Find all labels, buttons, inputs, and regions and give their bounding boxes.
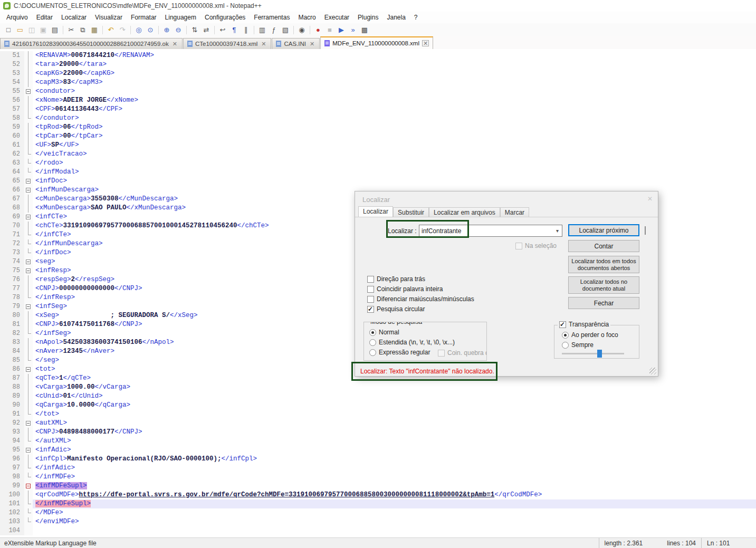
fold-margin[interactable]: [24, 96, 33, 105]
fold-margin[interactable]: [24, 428, 33, 437]
find-dialog-tab[interactable]: Localizar em arquivos: [429, 207, 500, 217]
code-line[interactable]: 60<tpCar>00</tpCar>: [0, 132, 756, 141]
macro-run-multiple-icon[interactable]: »: [348, 25, 358, 35]
fold-margin[interactable]: [24, 526, 33, 535]
chevron-down-icon[interactable]: ▾: [553, 228, 562, 234]
count-button[interactable]: Contar: [568, 240, 639, 252]
code-line[interactable]: 51<RENAVAM>00671844210</RENAVAM>: [0, 51, 756, 60]
print-icon[interactable]: ▤: [50, 25, 60, 35]
code-line[interactable]: 65<infDoc>: [0, 177, 756, 186]
fold-collapse-icon[interactable]: [26, 268, 31, 273]
dot-matches-newline-checkbox[interactable]: Coin. quebra de li: [438, 349, 487, 357]
code-line[interactable]: 54<capM3>83</capM3>: [0, 78, 756, 87]
code-line[interactable]: 57<CPF>06141136443</CPF>: [0, 105, 756, 114]
backward-direction-checkbox[interactable]: Direção para trás: [367, 275, 425, 283]
fold-margin[interactable]: [24, 177, 33, 186]
fold-margin[interactable]: [24, 410, 33, 419]
fold-margin[interactable]: [24, 320, 33, 329]
find-icon[interactable]: ◎: [133, 25, 144, 35]
code-line[interactable]: 98</infMDFe>: [0, 473, 756, 482]
find-dialog-tab[interactable]: Substituir: [393, 207, 429, 217]
menu-item[interactable]: Executar: [320, 12, 353, 23]
code-line[interactable]: 101</infMDFeSupl>: [0, 499, 756, 508]
fold-margin[interactable]: [24, 168, 33, 177]
close-button[interactable]: Fechar: [568, 297, 639, 309]
menu-item[interactable]: Editar: [32, 12, 57, 23]
code-line[interactable]: 93<CNPJ>04898488000177</CNPJ>: [0, 428, 756, 437]
menu-item[interactable]: Janela: [382, 12, 409, 23]
fold-margin[interactable]: [24, 347, 33, 356]
fold-margin[interactable]: [24, 123, 33, 132]
resize-grip[interactable]: [649, 368, 656, 374]
open-folder-icon[interactable]: ▭: [15, 25, 25, 35]
fold-margin[interactable]: [24, 455, 33, 464]
tab-close-icon[interactable]: ✕: [309, 41, 315, 47]
menu-item[interactable]: Formatar: [127, 12, 161, 23]
fold-margin[interactable]: [24, 293, 33, 302]
fold-margin[interactable]: [24, 446, 33, 455]
fold-margin[interactable]: [24, 464, 33, 473]
transparency-slider[interactable]: [562, 353, 624, 354]
fold-margin[interactable]: [24, 266, 33, 275]
indent-guide-icon[interactable]: ∥: [241, 25, 251, 35]
code-line[interactable]: 95<infAdic>: [0, 446, 756, 455]
menu-item[interactable]: ?: [410, 12, 422, 23]
whole-word-checkbox[interactable]: Coincidir palavra inteira: [367, 285, 443, 293]
fold-margin[interactable]: [24, 275, 33, 284]
code-line[interactable]: 92<autXML>: [0, 419, 756, 428]
fold-margin[interactable]: [24, 257, 33, 266]
code-line[interactable]: 52<tara>29000</tara>: [0, 60, 756, 69]
code-line[interactable]: 90<qCarga>10.0000</qCarga>: [0, 401, 756, 410]
menu-item[interactable]: Macro: [294, 12, 320, 23]
zoom-out-icon[interactable]: ⊖: [173, 25, 184, 35]
document-tab[interactable]: CTe100000397418.xml✕: [183, 38, 272, 49]
fold-margin[interactable]: [24, 437, 33, 446]
sync-vertical-icon[interactable]: ⇅: [189, 25, 200, 35]
wrap-around-checkbox[interactable]: Pesquisa circular: [367, 305, 425, 313]
fold-margin[interactable]: [24, 482, 33, 491]
fold-margin[interactable]: [24, 248, 33, 257]
find-all-open-docs-button[interactable]: Localizar todos em todos documentos aber…: [568, 256, 639, 273]
fold-margin[interactable]: [24, 401, 33, 410]
fold-margin[interactable]: [24, 508, 33, 517]
fold-margin[interactable]: [24, 491, 33, 499]
fold-margin[interactable]: [24, 186, 33, 195]
paste-icon[interactable]: ▦: [89, 25, 100, 35]
tab-close-icon[interactable]: ✕: [260, 41, 267, 47]
transparency-always-radio[interactable]: Sempre: [562, 341, 594, 349]
search-mode-regex-radio[interactable]: Expressão regular: [369, 349, 430, 356]
fold-margin[interactable]: [24, 87, 33, 96]
fold-margin[interactable]: [24, 383, 33, 392]
find-all-current-doc-button[interactable]: Localizar todos no documento atual: [568, 276, 639, 294]
fold-margin[interactable]: [24, 204, 33, 213]
function-list-icon[interactable]: ƒ: [269, 25, 279, 35]
find-dialog-tab[interactable]: Marcar: [500, 207, 529, 217]
find-next-aux-checkbox[interactable]: [645, 226, 646, 235]
fold-margin[interactable]: [24, 213, 33, 222]
new-file-icon[interactable]: □: [3, 25, 14, 35]
document-tab[interactable]: 4216017610283900036455010000028862100027…: [0, 38, 183, 49]
code-line[interactable]: 64</infModal>: [0, 168, 756, 177]
code-line[interactable]: 99<infMDFeSupl>: [0, 482, 756, 491]
menu-item[interactable]: Linguagem: [161, 12, 200, 23]
tab-close-icon[interactable]: ✕: [171, 41, 178, 47]
fold-margin[interactable]: [24, 132, 33, 141]
menu-item[interactable]: Visualizar: [91, 12, 127, 23]
menu-item[interactable]: Configurações: [200, 12, 250, 23]
match-case-checkbox[interactable]: Diferenciar maiúsculas/minúsculas: [367, 295, 474, 303]
fold-collapse-icon[interactable]: [26, 259, 31, 264]
zoom-in-icon[interactable]: ⊕: [161, 25, 172, 35]
code-line[interactable]: 100<qrCodMDFe>https://dfe-portal.svrs.rs…: [0, 491, 756, 499]
fold-margin[interactable]: [24, 517, 33, 526]
in-selection-checkbox[interactable]: Na seleção: [515, 242, 557, 249]
fold-collapse-icon[interactable]: [26, 188, 31, 193]
fold-margin[interactable]: [24, 311, 33, 320]
tab-close-icon[interactable]: ✕: [422, 40, 429, 46]
fold-margin[interactable]: [24, 195, 33, 204]
fold-margin[interactable]: [24, 141, 33, 150]
word-wrap-icon[interactable]: ↩: [217, 25, 228, 35]
fold-margin[interactable]: [24, 392, 33, 401]
code-line[interactable]: 58</condutor>: [0, 114, 756, 123]
fold-collapse-icon[interactable]: [26, 484, 31, 488]
document-tab[interactable]: CAS.INI✕: [272, 38, 320, 49]
